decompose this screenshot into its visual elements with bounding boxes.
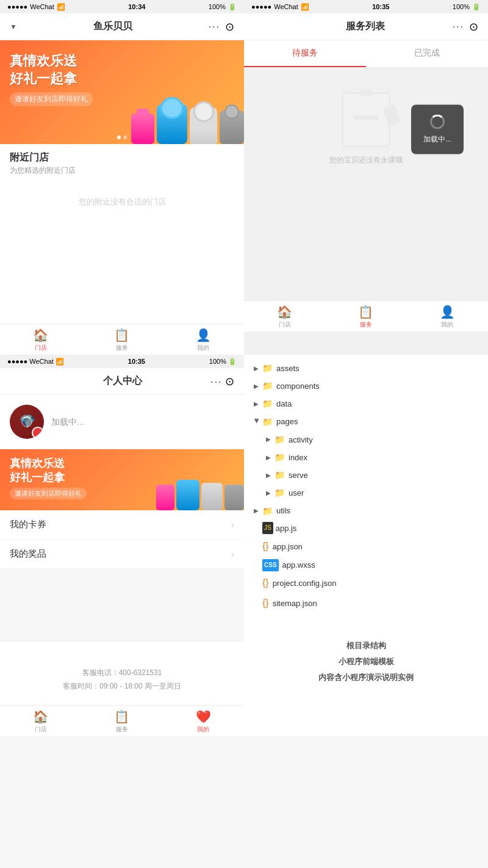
screen3-carrier: WeChat: [29, 358, 54, 365]
screen3-time: 10:35: [128, 358, 145, 365]
file-item-data[interactable]: ▶ 📁 data: [254, 395, 478, 413]
screen3-panel: ●●●●● WeChat 📶 10:35 100% 🔋 个人中心 ··· ⊙: [0, 355, 244, 736]
file-item-appjson[interactable]: ▶ {} app.json: [254, 537, 478, 557]
screen3-bottom-mine-label: 我的: [197, 725, 209, 734]
screen2-bottom-nav-store[interactable]: 🏠 门店: [244, 305, 325, 329]
file-item-utils[interactable]: ▶ 📁 utils: [254, 502, 478, 520]
screen1-title: 鱼乐贝贝: [17, 20, 209, 33]
service-hours: 客服时间：09:00 - 18:00 周一至周日: [10, 680, 234, 693]
file-projectjson-name: project.config.json: [273, 576, 337, 590]
file-appjs-name: app.js: [276, 521, 297, 535]
banner-dots: [117, 136, 127, 139]
screen1-time: 10:34: [128, 3, 145, 10]
screen2-bottom-nav-service-label: 服务: [360, 320, 372, 329]
file-item-appwxss[interactable]: ▶ CSS app.wxss: [254, 557, 478, 573]
user-name-loading: 加载中...: [51, 416, 84, 428]
bottom-nav-service[interactable]: 📋 服务: [81, 328, 162, 352]
json-brace-icon: {}: [262, 538, 269, 555]
screen3-bottom-store-label: 门店: [35, 725, 47, 734]
screen3-more-icon[interactable]: ···: [210, 377, 222, 387]
bottom-nav-mine[interactable]: 👤 我的: [163, 328, 244, 352]
folder-serve-icon: 📁: [274, 468, 285, 483]
sitemap-json-brace-icon: {}: [262, 595, 269, 612]
folder-index-name: index: [289, 450, 307, 465]
file-item-assets[interactable]: ▶ 📁 assets: [254, 360, 478, 377]
store-icon: 🏠: [33, 328, 48, 342]
file-item-sitemapjson[interactable]: ▶ {} sitemap.json: [254, 593, 478, 613]
screen2-battery-icon: 🔋: [472, 3, 481, 11]
personal-banner-robots: [156, 480, 244, 510]
screen2-carrier: WeChat: [274, 3, 298, 10]
arrow-serve: ▶: [266, 470, 272, 481]
arrow-user: ▶: [266, 488, 272, 499]
js-badge: JS: [262, 522, 273, 534]
screen2-bottom-nav-mine[interactable]: 👤 我的: [407, 305, 488, 329]
screen1-phone: ●●●●● WeChat 📶 10:34 100% 🔋 ▼ 鱼乐贝贝 ··· ⊙…: [0, 0, 244, 355]
tree-footer-title: 根目录结构: [254, 638, 478, 654]
screen1-status-left: ●●●●● WeChat 📶: [7, 3, 65, 11]
menu-arrow-icon-2: ›: [231, 549, 234, 559]
bottom-nav-store[interactable]: 🏠 门店: [0, 328, 81, 352]
more-icon[interactable]: ···: [209, 21, 220, 32]
screen2-bottom-nav-service[interactable]: 📋 服务: [325, 305, 406, 329]
screen1-bottom-nav: 🏠 门店 📋 服务 👤 我的: [0, 324, 244, 355]
folder-user-icon: 📁: [274, 485, 285, 501]
screen2-status-left: ●●●●● WeChat 📶: [251, 3, 309, 11]
screen2-title: 服务列表: [278, 20, 453, 33]
screen2-service-icon: 📋: [358, 305, 373, 319]
screen2-battery: 100%: [453, 3, 470, 10]
user-info-row: 💎 加载中...: [0, 395, 244, 449]
file-item-pages[interactable]: ▶ 📁 pages: [254, 413, 478, 431]
gray-robot-figure: [220, 110, 244, 144]
screen3-bottom-service-label: 服务: [116, 725, 128, 734]
screen2-bottom-nav-mine-label: 我的: [441, 320, 453, 329]
screen3-wifi-icon: 📶: [56, 358, 64, 365]
screen3-bottom-service[interactable]: 📋 服务: [81, 709, 162, 734]
screen1-status-right: 100% 🔋: [209, 3, 237, 11]
pink-bag-figure: [131, 114, 154, 144]
banner-dot-2: [123, 136, 127, 139]
screen2-more-icon[interactable]: ···: [453, 21, 464, 32]
dropdown-arrow-icon[interactable]: ▼: [10, 23, 17, 31]
spinner-icon: [430, 114, 445, 129]
file-tree-panel: ▶ 📁 assets ▶ 📁 components ▶ 📁 data: [244, 355, 488, 736]
menu-coupons[interactable]: 我的卡券 ›: [0, 510, 244, 540]
tab-completed[interactable]: 已完成: [366, 40, 488, 67]
screen2-nav-icons: ··· ⊙: [453, 20, 478, 34]
file-item-user[interactable]: ▶ 📁 user: [254, 484, 478, 502]
file-item-serve[interactable]: ▶ 📁 serve: [254, 466, 478, 484]
screen2-time: 10:35: [372, 3, 389, 10]
astronaut-figure: [190, 107, 217, 144]
screen2-camera-icon[interactable]: ⊙: [469, 20, 478, 34]
file-item-appjs[interactable]: ▶ JS app.js: [254, 520, 478, 537]
screen2-spacer: [244, 190, 488, 300]
camera-icon[interactable]: ⊙: [225, 20, 234, 34]
screen2-mine-icon: 👤: [440, 305, 455, 319]
file-item-projectjson[interactable]: ▶ {} project.config.json: [254, 573, 478, 593]
user-avatar: 💎: [10, 405, 44, 439]
screen3-bottom-mine[interactable]: ❤️ 我的: [163, 709, 244, 734]
folder-data-icon: 📁: [262, 396, 273, 411]
file-tree: ▶ 📁 assets ▶ 📁 components ▶ 📁 data: [254, 360, 478, 613]
screen3-title: 个人中心: [34, 375, 210, 388]
service-tabs: 待服务 已完成: [244, 40, 488, 68]
screen1-nav-icons: ··· ⊙: [209, 20, 234, 34]
mini-dark-robot: [224, 485, 244, 510]
screen3-battery-icon: 🔋: [228, 358, 237, 365]
file-item-index[interactable]: ▶ 📁 index: [254, 449, 478, 466]
carrier-signal-icon: ●●●●●: [7, 3, 27, 10]
screen3-camera-icon[interactable]: ⊙: [225, 375, 234, 388]
file-item-components[interactable]: ▶ 📁 components: [254, 377, 478, 395]
bottom-nav-service-label: 服务: [116, 344, 128, 352]
screen2-status-right: 100% 🔋: [453, 3, 481, 11]
mini-gray-robot: [201, 483, 223, 510]
loading-text: 加载中...: [423, 134, 451, 144]
empty-illustration: [342, 92, 390, 147]
folder-data-name: data: [276, 397, 292, 411]
file-item-activity[interactable]: ▶ 📁 activity: [254, 431, 478, 449]
personal-footer: 客服电话：400-6321531 客服时间：09:00 - 18:00 周一至周…: [0, 654, 244, 705]
menu-prizes[interactable]: 我的奖品 ›: [0, 540, 244, 569]
tab-pending[interactable]: 待服务: [244, 40, 366, 67]
screen3-bottom-store[interactable]: 🏠 门店: [0, 709, 81, 734]
pencil-icon: [382, 104, 400, 126]
